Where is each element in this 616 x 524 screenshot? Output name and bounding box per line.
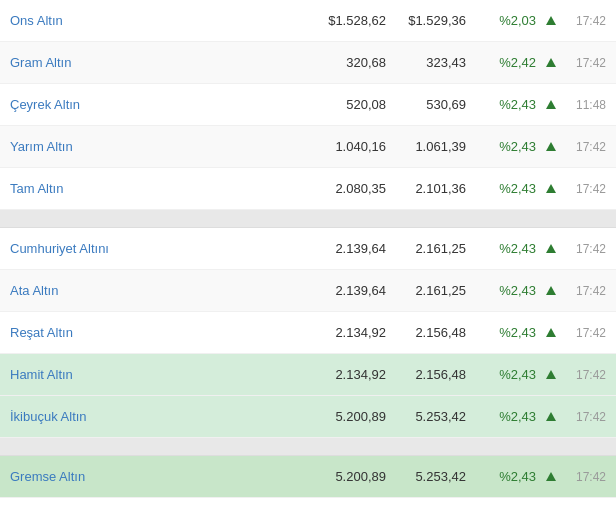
table-row: Hamit Altın 2.134,92 2.156,48 %2,43 17:4… — [0, 354, 616, 396]
price-sell: 2.161,25 — [396, 241, 476, 256]
row-name[interactable]: Gram Altın — [10, 55, 190, 70]
row-name[interactable]: Ons Altın — [10, 13, 190, 28]
price-sell: 5.253,42 — [396, 409, 476, 424]
change-percent: %2,43 — [476, 181, 541, 196]
row-name[interactable]: Gremse Altın — [10, 469, 190, 484]
change-percent: %2,43 — [476, 325, 541, 340]
change-percent: %2,43 — [476, 283, 541, 298]
update-time: 17:42 — [561, 368, 606, 382]
row-name[interactable]: Tam Altın — [10, 181, 190, 196]
update-time: 17:42 — [561, 326, 606, 340]
table-row: Tam Altın 2.080,35 2.101,36 %2,43 17:42 — [0, 168, 616, 210]
price-sell: 2.101,36 — [396, 181, 476, 196]
gold-price-table: Ons Altın $1.528,62 $1.529,36 %2,03 17:4… — [0, 0, 616, 498]
group-separator — [0, 438, 616, 456]
change-percent: %2,43 — [476, 139, 541, 154]
price-buy: 1.040,16 — [306, 139, 396, 154]
change-percent: %2,43 — [476, 97, 541, 112]
table-row: Reşat Altın 2.134,92 2.156,48 %2,43 17:4… — [0, 312, 616, 354]
table-row: Gram Altın 320,68 323,43 %2,42 17:42 — [0, 42, 616, 84]
table-row: Cumhuriyet Altını 2.139,64 2.161,25 %2,4… — [0, 228, 616, 270]
row-name[interactable]: Hamit Altın — [10, 367, 190, 382]
table-row: Çeyrek Altın 520,08 530,69 %2,43 11:48 — [0, 84, 616, 126]
table-row: İkibuçuk Altın 5.200,89 5.253,42 %2,43 1… — [0, 396, 616, 438]
price-sell: 2.156,48 — [396, 325, 476, 340]
price-buy: 5.200,89 — [306, 409, 396, 424]
table-row: Ons Altın $1.528,62 $1.529,36 %2,03 17:4… — [0, 0, 616, 42]
price-buy: 520,08 — [306, 97, 396, 112]
update-time: 17:42 — [561, 410, 606, 424]
change-percent: %2,43 — [476, 469, 541, 484]
price-buy: 320,68 — [306, 55, 396, 70]
trend-arrow-icon — [541, 369, 561, 381]
price-buy: 2.134,92 — [306, 367, 396, 382]
price-sell: $1.529,36 — [396, 13, 476, 28]
update-time: 11:48 — [561, 98, 606, 112]
change-percent: %2,42 — [476, 55, 541, 70]
update-time: 17:42 — [561, 284, 606, 298]
row-name[interactable]: Ata Altın — [10, 283, 190, 298]
trend-arrow-icon — [541, 99, 561, 111]
trend-arrow-icon — [541, 285, 561, 297]
update-time: 17:42 — [561, 14, 606, 28]
row-name[interactable]: Çeyrek Altın — [10, 97, 190, 112]
update-time: 17:42 — [561, 140, 606, 154]
change-percent: %2,43 — [476, 367, 541, 382]
price-buy: $1.528,62 — [306, 13, 396, 28]
row-name[interactable]: Yarım Altın — [10, 139, 190, 154]
row-name[interactable]: Reşat Altın — [10, 325, 190, 340]
trend-arrow-icon — [541, 327, 561, 339]
trend-arrow-icon — [541, 15, 561, 27]
trend-arrow-icon — [541, 471, 561, 483]
price-buy: 5.200,89 — [306, 469, 396, 484]
row-name[interactable]: İkibuçuk Altın — [10, 409, 190, 424]
row-name[interactable]: Cumhuriyet Altını — [10, 241, 190, 256]
trend-arrow-icon — [541, 411, 561, 423]
price-sell: 2.156,48 — [396, 367, 476, 382]
update-time: 17:42 — [561, 470, 606, 484]
price-buy: 2.080,35 — [306, 181, 396, 196]
update-time: 17:42 — [561, 242, 606, 256]
table-row: Gremse Altın 5.200,89 5.253,42 %2,43 17:… — [0, 456, 616, 498]
price-sell: 5.253,42 — [396, 469, 476, 484]
change-percent: %2,03 — [476, 13, 541, 28]
price-sell: 323,43 — [396, 55, 476, 70]
trend-arrow-icon — [541, 183, 561, 195]
price-sell: 2.161,25 — [396, 283, 476, 298]
trend-arrow-icon — [541, 141, 561, 153]
group-separator — [0, 210, 616, 228]
update-time: 17:42 — [561, 182, 606, 196]
price-buy: 2.134,92 — [306, 325, 396, 340]
trend-arrow-icon — [541, 243, 561, 255]
price-sell: 1.061,39 — [396, 139, 476, 154]
table-row: Ata Altın 2.139,64 2.161,25 %2,43 17:42 — [0, 270, 616, 312]
price-buy: 2.139,64 — [306, 283, 396, 298]
change-percent: %2,43 — [476, 241, 541, 256]
price-buy: 2.139,64 — [306, 241, 396, 256]
table-row: Yarım Altın 1.040,16 1.061,39 %2,43 17:4… — [0, 126, 616, 168]
trend-arrow-icon — [541, 57, 561, 69]
change-percent: %2,43 — [476, 409, 541, 424]
update-time: 17:42 — [561, 56, 606, 70]
price-sell: 530,69 — [396, 97, 476, 112]
